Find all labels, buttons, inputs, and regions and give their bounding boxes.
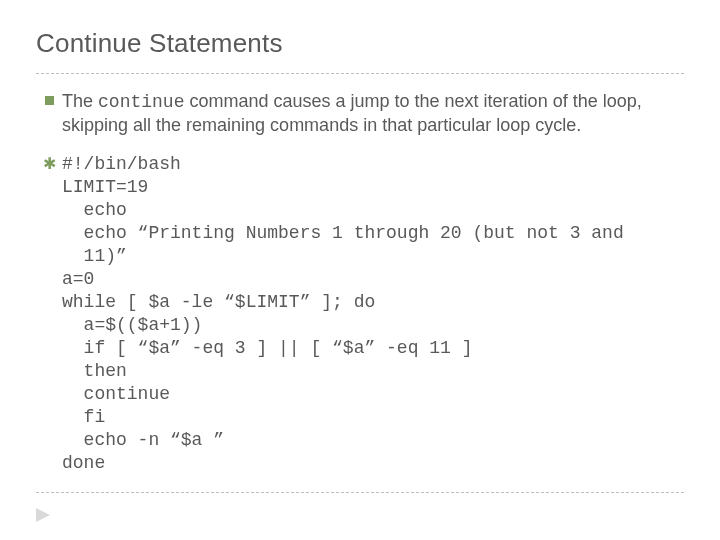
code-line: while [ $a -le “$LIMIT” ]; do [62,292,375,312]
code-line: then [62,361,127,381]
code-line: a=$(($a+1)) [62,315,202,335]
description-text: The continue command causes a jump to th… [62,90,684,137]
footer-arrow-icon [36,508,54,522]
desc-pre: The [62,91,98,111]
svg-marker-0 [36,508,50,522]
divider-bottom [36,492,684,493]
code-line: if [ “$a” -eq 3 ] || [ “$a” -eq 11 ] [62,338,472,358]
code-line: a=0 [62,269,94,289]
bullet-row-description: The continue command causes a jump to th… [36,90,684,137]
slide: Continue Statements The continue command… [0,0,720,540]
divider-top [36,73,684,74]
code-block: #!/bin/bash LIMIT=19 echo echo “Printing… [62,153,684,475]
desc-code: continue [98,92,184,112]
code-line: fi [62,407,105,427]
code-line: LIMIT=19 [62,177,148,197]
asterisk-bullet-icon: ✱ [36,153,62,172]
code-line: echo [62,200,127,220]
square-bullet-icon [36,90,62,105]
slide-title: Continue Statements [36,28,684,59]
code-line: echo -n “$a ” [62,430,224,450]
code-line: done [62,453,105,473]
code-line: continue [62,384,170,404]
code-content: #!/bin/bash LIMIT=19 echo echo “Printing… [62,153,684,475]
code-line: 11)” [62,246,127,266]
code-line: #!/bin/bash [62,154,181,174]
bullet-row-code: ✱ #!/bin/bash LIMIT=19 echo echo “Printi… [36,153,684,475]
code-line: echo “Printing Numbers 1 through 20 (but… [62,223,624,243]
